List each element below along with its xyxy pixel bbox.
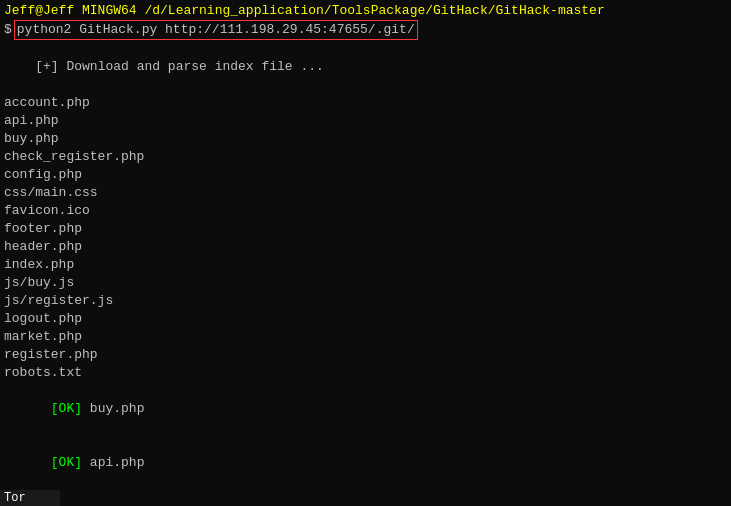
prompt-line: $ python2 GitHack.py http://111.198.29.4… xyxy=(4,20,727,40)
ok-line: [OK] robots.txt xyxy=(4,490,727,506)
ok-line: [OK] api.php xyxy=(4,436,727,490)
file-list: account.php api.php buy.php check_regist… xyxy=(4,94,727,382)
prompt-dollar: $ xyxy=(4,21,12,39)
file-item: js/register.js xyxy=(4,292,727,310)
file-item: css/main.css xyxy=(4,184,727,202)
file-item: buy.php xyxy=(4,130,727,148)
file-item: register.php xyxy=(4,346,727,364)
ok-line: [OK] buy.php xyxy=(4,382,727,436)
download-message: [+] Download and parse index file ... xyxy=(4,40,727,94)
command-input[interactable]: python2 GitHack.py http://111.198.29.45:… xyxy=(14,20,418,40)
file-item: config.php xyxy=(4,166,727,184)
file-item: favicon.ico xyxy=(4,202,727,220)
file-item: header.php xyxy=(4,238,727,256)
file-item: footer.php xyxy=(4,220,727,238)
file-item: check_register.php xyxy=(4,148,727,166)
file-item: account.php xyxy=(4,94,727,112)
title-bar: Jeff@Jeff MINGW64 /d/Learning_applicatio… xyxy=(4,2,727,20)
file-item: market.php xyxy=(4,328,727,346)
ok-status-list: [OK] buy.php [OK] api.php [OK] robots.tx… xyxy=(4,382,727,506)
terminal-window: Jeff@Jeff MINGW64 /d/Learning_applicatio… xyxy=(0,0,731,506)
file-item: index.php xyxy=(4,256,727,274)
file-item: js/buy.js xyxy=(4,274,727,292)
file-item: api.php xyxy=(4,112,727,130)
file-item: robots.txt xyxy=(4,364,727,382)
footer-bar: Tor xyxy=(0,490,60,506)
file-item: logout.php xyxy=(4,310,727,328)
